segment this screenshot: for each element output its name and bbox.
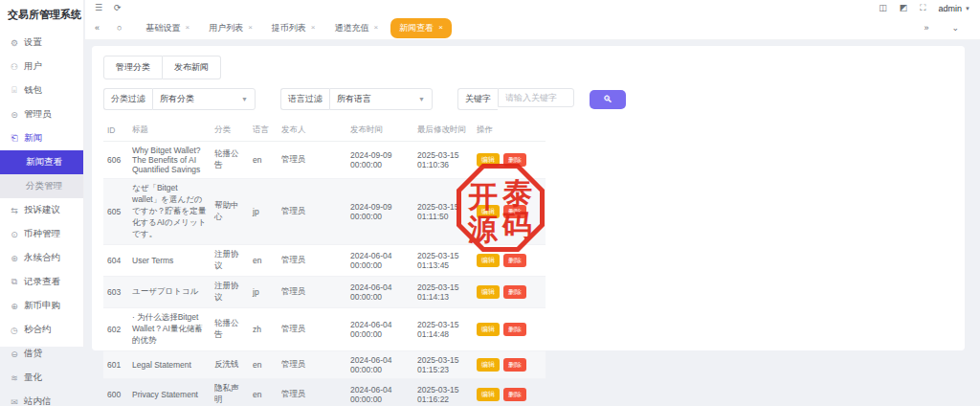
edit-button[interactable]: 编辑	[477, 153, 500, 167]
publish-news-button[interactable]: 发布新闻	[163, 56, 221, 79]
admin-icon: ⊜	[10, 110, 19, 120]
delete-button[interactable]: 删除	[503, 358, 526, 372]
tab-close-icon[interactable]: ×	[373, 24, 378, 32]
sidebar-item[interactable]: ⊙币种管理	[0, 222, 83, 246]
sidebar-item[interactable]: ◷秒合约	[0, 318, 83, 342]
news-table: ID标题分类语言发布人发布时间最后修改时间操作 606Why Bitget Wa…	[103, 120, 546, 406]
delete-button[interactable]: 删除	[503, 285, 526, 299]
message-icon[interactable]: ◫	[879, 4, 887, 12]
refresh-icon[interactable]: ⟳	[114, 4, 122, 12]
sidebar-subitem[interactable]: 分类管理	[0, 174, 83, 198]
table-header-row: ID标题分类语言发布人发布时间最后修改时间操作	[103, 120, 546, 142]
tab-close-icon[interactable]: ×	[311, 24, 316, 32]
tab-4[interactable]: 通道充值×	[327, 19, 385, 37]
cell-published: 2024-09-09 00:00:00	[346, 142, 413, 179]
category-filter-value: 所有分类	[160, 93, 194, 105]
chevrons-left-icon[interactable]: «	[95, 24, 100, 33]
sidebar-item[interactable]: ≋量化	[0, 366, 83, 390]
content-card: 管理分类 发布新闻 分类过滤 所有分类 ▼ 语言过滤 所有语言 ▼ 关键字 🔍︎	[92, 46, 965, 350]
delete-button[interactable]: 删除	[503, 388, 526, 401]
edit-button[interactable]: 编辑	[477, 254, 500, 267]
sidebar-item[interactable]: ⊛永续合约	[0, 246, 83, 270]
cell-category: 反洗钱	[211, 351, 249, 379]
sidebar-item[interactable]: ⇆投诉建议	[0, 198, 83, 222]
fullscreen-icon[interactable]: ⛶	[920, 4, 925, 12]
cell-modified: 2025-03-15 01:14:48	[413, 308, 473, 351]
sidebar-item[interactable]: ⊕新币申购	[0, 294, 83, 318]
hamburger-icon[interactable]: ☰	[95, 4, 102, 12]
cell-lang: en	[249, 379, 278, 406]
sidebar-item-label: 管理员	[24, 108, 52, 121]
app-title: 交易所管理系统	[0, 0, 83, 31]
tab-5[interactable]: 新闻查看×	[390, 18, 452, 38]
manage-category-button[interactable]: 管理分类	[103, 56, 163, 79]
column-header: 语言	[249, 120, 278, 142]
delete-button[interactable]: 删除	[503, 205, 526, 218]
search-button[interactable]: 🔍︎	[590, 90, 626, 109]
search-icon: 🔍︎	[603, 95, 612, 104]
tab-2[interactable]: 用户列表×	[202, 19, 259, 37]
sidebar-item[interactable]: ⚙设置	[0, 31, 83, 55]
cell-modified: 2025-03-15 01:10:36	[413, 142, 473, 179]
language-filter-label: 语言过滤	[280, 88, 329, 110]
news-icon: ⎗	[10, 133, 19, 144]
delete-button[interactable]: 删除	[503, 323, 526, 336]
table-row: 602· 为什么选择Bitget Wallet？AI量化储蓄的优势轮播公告zh管…	[103, 308, 546, 351]
language-filter-group: 语言过滤 所有语言 ▼	[280, 88, 433, 110]
currency-icon: ⊙	[10, 230, 19, 239]
cell-actions: 编辑删除	[473, 379, 546, 406]
delete-button[interactable]: 删除	[503, 254, 526, 267]
tabbar-right: » ⌄	[924, 24, 970, 33]
cell-category: 轮播公告	[211, 142, 249, 179]
sidebar-item[interactable]: ⧉记录查看	[0, 270, 83, 294]
cell-published: 2024-06-04 00:00:00	[346, 351, 413, 379]
cell-id: 604	[103, 245, 128, 277]
sidebar-item[interactable]: ⌻钱包	[0, 79, 83, 102]
cell-title: なぜ「Bitget wallet」を選んだのですか？貯蓄を定量化するAIのメリッ…	[128, 179, 211, 245]
tab-3[interactable]: 提币列表×	[265, 19, 323, 37]
cell-lang: jp	[249, 277, 278, 308]
sidebar-item[interactable]: ⎗新闻	[0, 126, 83, 150]
table-row: 604User Terms注册协议en管理员2024-06-04 00:00:0…	[103, 245, 546, 277]
cell-modified: 2025-03-15 01:14:13	[413, 277, 473, 308]
user-menu[interactable]: admin ▼	[939, 4, 970, 13]
records-icon: ⧉	[10, 277, 19, 287]
cell-id: 605	[103, 179, 128, 245]
circle-icon[interactable]: ○	[117, 24, 122, 33]
sidebar-item[interactable]: ⊜管理员	[0, 102, 83, 126]
tab-close-icon[interactable]: ×	[438, 24, 443, 32]
keyword-input[interactable]	[498, 88, 574, 107]
edit-button[interactable]: 编辑	[477, 205, 500, 218]
cell-lang: jp	[249, 179, 278, 245]
sidebar-item[interactable]: ⊖借贷	[0, 342, 83, 366]
cell-id: 600	[103, 379, 128, 406]
new-coin-icon: ⊕	[10, 302, 19, 311]
chevron-down-icon[interactable]: ⌄	[951, 24, 959, 33]
sidebar-subitem[interactable]: 新闻查看	[0, 150, 83, 174]
tab-label: 基础设置	[145, 22, 180, 34]
tab-list: 基础设置×用户列表×提币列表×通道充值×新闻查看×	[139, 18, 451, 38]
language-filter-select[interactable]: 所有语言 ▼	[329, 88, 433, 110]
tab-close-icon[interactable]: ×	[185, 24, 189, 32]
sidebar-item[interactable]: ⚇用户	[0, 55, 83, 79]
delete-button[interactable]: 删除	[503, 153, 526, 167]
edit-button[interactable]: 编辑	[477, 285, 500, 299]
category-filter-select[interactable]: 所有分类 ▼	[152, 88, 256, 110]
cell-actions: 编辑删除	[473, 142, 546, 179]
sidebar-item-label: 记录查看	[24, 276, 60, 288]
sidebar-subitem-label: 新闻查看	[26, 156, 62, 167]
language-filter-value: 所有语言	[337, 93, 371, 105]
sidebar-item[interactable]: ✉站内信	[0, 390, 83, 406]
tab-close-icon[interactable]: ×	[248, 24, 253, 32]
tab-label: 新闻查看	[399, 22, 434, 34]
edit-button[interactable]: 编辑	[477, 388, 500, 401]
edit-button[interactable]: 编辑	[477, 323, 500, 336]
theme-icon[interactable]: ◩	[900, 4, 908, 12]
cell-category: 隐私声明	[211, 379, 249, 406]
edit-button[interactable]: 编辑	[477, 358, 500, 372]
tab-1[interactable]: 基础设置×	[139, 19, 196, 37]
cell-lang: zh	[249, 308, 278, 351]
column-header: 发布时间	[346, 120, 413, 142]
filter-bar: 分类过滤 所有分类 ▼ 语言过滤 所有语言 ▼ 关键字 🔍︎	[103, 88, 953, 110]
chevrons-right-icon[interactable]: »	[924, 24, 928, 33]
